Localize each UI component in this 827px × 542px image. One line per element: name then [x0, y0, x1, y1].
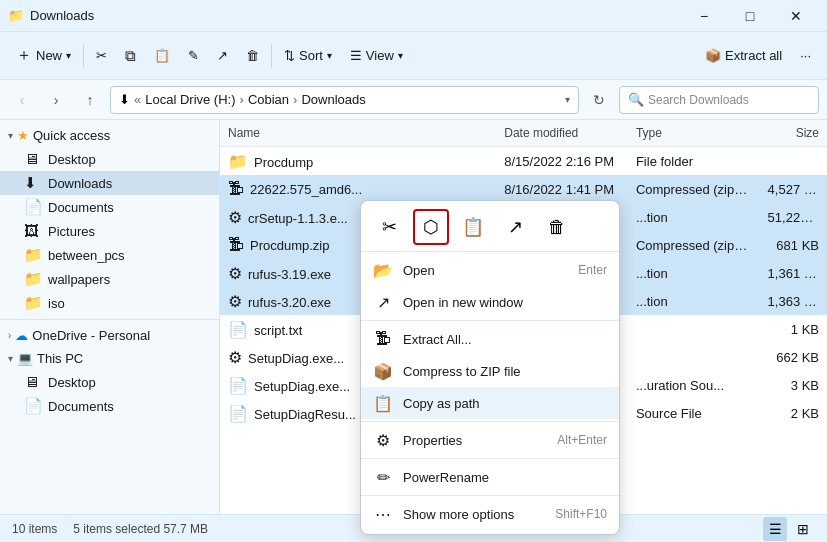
sidebar-item-between-pcs[interactable]: 📁 between_pcs 📌: [0, 243, 219, 267]
search-box[interactable]: 🔍 Search Downloads: [619, 86, 819, 114]
onedrive-header[interactable]: › ☁ OneDrive - Personal: [0, 324, 219, 347]
ctx-item-label: Copy as path: [403, 396, 597, 411]
file-name-cell: 📁Procdump: [220, 150, 496, 173]
col-header-size[interactable]: Size: [760, 124, 827, 142]
new-button[interactable]: ＋ New ▾: [8, 38, 79, 74]
context-menu-item[interactable]: ⚙ Properties Alt+Enter: [361, 424, 619, 456]
ctx-divider: [361, 495, 619, 496]
ctx-item-shortcut: Alt+Enter: [557, 433, 607, 447]
sidebar-item-iso[interactable]: 📁 iso: [0, 291, 219, 315]
close-button[interactable]: ✕: [773, 0, 819, 32]
copy-button[interactable]: ⧉: [117, 38, 144, 74]
refresh-button[interactable]: ↻: [585, 86, 613, 114]
filelist-header: Name Date modified Type Size: [220, 120, 827, 147]
titlebar: 📁 Downloads − □ ✕: [0, 0, 827, 32]
view-icon: ☰: [350, 48, 362, 63]
col-header-type[interactable]: Type: [628, 124, 760, 142]
address-path[interactable]: ⬇ « Local Drive (H:) › Cobian › Download…: [110, 86, 579, 114]
ctx-delete-button[interactable]: 🗑: [539, 209, 575, 245]
file-size-cell: 662 KB: [760, 348, 827, 367]
pictures-icon: 🖼: [24, 222, 42, 240]
file-icon: ⚙: [228, 265, 242, 282]
path-icon: ⬇: [119, 92, 130, 107]
minimize-button[interactable]: −: [681, 0, 727, 32]
more-button[interactable]: ···: [792, 38, 819, 74]
delete-button[interactable]: 🗑: [238, 38, 267, 74]
toolbar-divider-2: [271, 44, 272, 68]
this-pc-desktop-label: Desktop: [48, 375, 211, 390]
new-chevron: ▾: [66, 50, 71, 61]
statusbar-view-controls: ☰ ⊞: [763, 517, 815, 541]
context-menu-item[interactable]: ⋯ Show more options Shift+F10: [361, 498, 619, 530]
maximize-button[interactable]: □: [727, 0, 773, 32]
view-button[interactable]: ☰ View ▾: [342, 38, 411, 74]
ctx-item-label: Show more options: [403, 507, 545, 522]
quick-access-chevron: ▾: [8, 130, 13, 141]
ctx-item-icon: ↗: [373, 292, 393, 312]
paste-button[interactable]: 📋: [146, 38, 178, 74]
sidebar-iso-label: iso: [48, 296, 211, 311]
selected-info: 5 items selected 57.7 MB: [73, 522, 208, 536]
sidebar-item-documents[interactable]: 📄 Documents 📌: [0, 195, 219, 219]
sidebar-item-this-pc-documents[interactable]: 📄 Documents: [0, 394, 219, 418]
path-cobian[interactable]: Cobian: [248, 92, 289, 107]
context-menu-item[interactable]: ✏ PowerRename: [361, 461, 619, 493]
sidebar-item-pictures[interactable]: 🖼 Pictures 📌: [0, 219, 219, 243]
ctx-paste-button[interactable]: 📋: [455, 209, 491, 245]
new-label: New: [36, 48, 62, 63]
onedrive-chevron: ›: [8, 330, 11, 341]
cut-icon: ✂: [96, 48, 107, 63]
ctx-item-icon: 📋: [373, 393, 393, 413]
file-type-cell: ...tion: [628, 264, 760, 283]
forward-button[interactable]: ›: [42, 86, 70, 114]
sidebar-desktop-label: Desktop: [48, 152, 199, 167]
path-downloads[interactable]: Downloads: [301, 92, 365, 107]
file-size-cell: 1 KB: [760, 320, 827, 339]
sidebar-between-pcs-label: between_pcs: [48, 248, 199, 263]
path-chevron: ▾: [565, 94, 570, 105]
file-size-cell: 3 KB: [760, 376, 827, 395]
ctx-share-button[interactable]: ↗: [497, 209, 533, 245]
back-button[interactable]: ‹: [8, 86, 36, 114]
sidebar-item-wallpapers[interactable]: 📁 wallpapers 📌: [0, 267, 219, 291]
sidebar-wallpapers-label: wallpapers: [48, 272, 199, 287]
ctx-item-shortcut: Shift+F10: [555, 507, 607, 521]
path-local-drive[interactable]: Local Drive (H:): [145, 92, 235, 107]
col-header-date[interactable]: Date modified: [496, 124, 628, 142]
ctx-item-label: Properties: [403, 433, 547, 448]
context-menu-item[interactable]: 📋 Copy as path: [361, 387, 619, 419]
file-icon: 📄: [228, 405, 248, 422]
ctx-item-label: Compress to ZIP file: [403, 364, 597, 379]
large-icons-button[interactable]: ⊞: [791, 517, 815, 541]
context-menu-item[interactable]: ↗ Open in new window: [361, 286, 619, 318]
cut-button[interactable]: ✂: [88, 38, 115, 74]
up-button[interactable]: ↑: [76, 86, 104, 114]
between-pcs-icon: 📁: [24, 246, 42, 264]
context-menu-item[interactable]: 📂 Open Enter: [361, 254, 619, 286]
sidebar-pictures-label: Pictures: [48, 224, 199, 239]
quick-access-header[interactable]: ▾ ★ Quick access: [0, 124, 219, 147]
sort-button[interactable]: ⇅ Sort ▾: [276, 38, 340, 74]
this-pc-header[interactable]: ▾ 💻 This PC: [0, 347, 219, 370]
file-size-cell: 4,527 KB: [760, 180, 827, 199]
file-icon: 📄: [228, 377, 248, 394]
context-menu-item[interactable]: 📦 Compress to ZIP file: [361, 355, 619, 387]
ctx-copy-button[interactable]: ⬡: [413, 209, 449, 245]
toolbar: ＋ New ▾ ✂ ⧉ 📋 ✎ ↗ 🗑 ⇅ Sort ▾ ☰ View ▾ 📦 …: [0, 32, 827, 80]
extract-icon: 📦: [705, 48, 721, 63]
ctx-cut-button[interactable]: ✂: [371, 209, 407, 245]
table-row[interactable]: 📁Procdump 8/15/2022 2:16 PM File folder: [220, 147, 827, 175]
extract-all-button[interactable]: 📦 Extract all: [697, 38, 790, 74]
context-menu-items: 📂 Open Enter ↗ Open in new window 🗜 Extr…: [361, 254, 619, 530]
context-menu[interactable]: ✂ ⬡ 📋 ↗ 🗑 📂 Open Enter ↗ Open in new win…: [360, 200, 620, 535]
context-menu-item[interactable]: 🗜 Extract All...: [361, 323, 619, 355]
sidebar-item-desktop[interactable]: 🖥 Desktop 📌: [0, 147, 219, 171]
table-row[interactable]: 🗜22622.575_amd6... 8/16/2022 1:41 PM Com…: [220, 175, 827, 203]
details-view-button[interactable]: ☰: [763, 517, 787, 541]
file-type-cell: ...tion: [628, 208, 760, 227]
sidebar-item-this-pc-desktop[interactable]: 🖥 Desktop: [0, 370, 219, 394]
share-button[interactable]: ↗: [209, 38, 236, 74]
sidebar-item-downloads[interactable]: ⬇ Downloads 📌: [0, 171, 219, 195]
rename-button[interactable]: ✎: [180, 38, 207, 74]
col-header-name[interactable]: Name: [220, 124, 496, 142]
